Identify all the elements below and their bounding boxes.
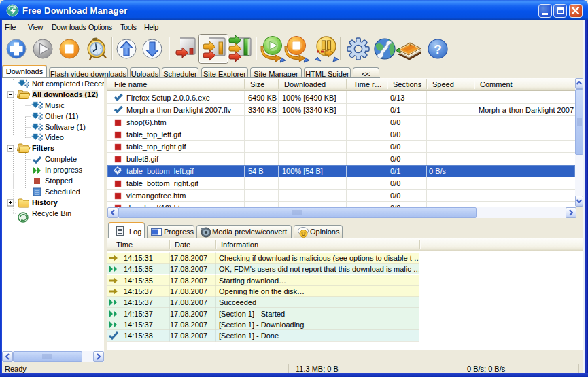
svg-text:?: ? xyxy=(434,42,442,56)
